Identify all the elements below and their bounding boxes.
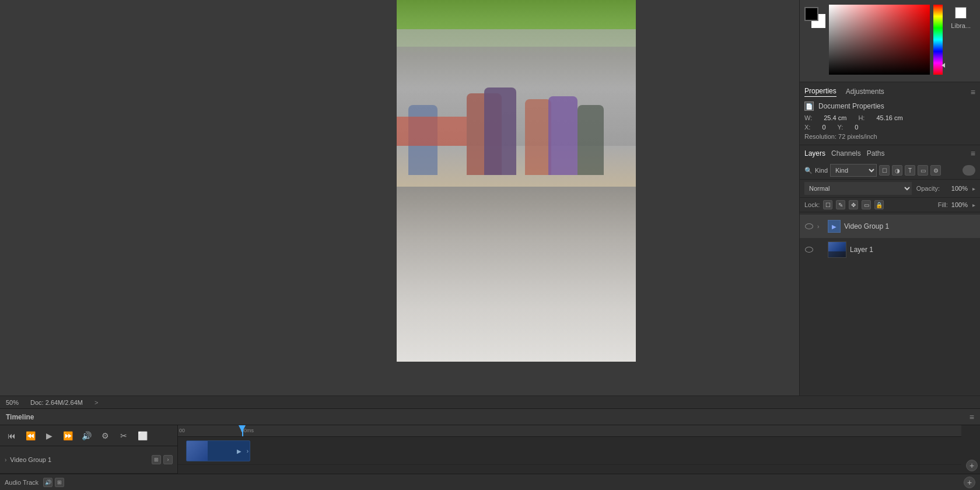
track-row-video-group-1: › ▶ xyxy=(178,437,961,465)
layer-expand-layer-1: › xyxy=(817,247,824,253)
filter-kind-select[interactable]: Kind xyxy=(830,164,877,177)
blend-mode-select[interactable]: Normal Multiply Screen Overlay xyxy=(804,182,912,195)
right-panel: Libra... Properties Adjustments ≡ 📄 Docu… xyxy=(799,0,980,396)
color-gradient[interactable] xyxy=(829,5,930,75)
step-forward-btn[interactable]: ⏩ xyxy=(61,429,75,443)
add-audio-track-btn[interactable]: + xyxy=(964,477,975,488)
track-clip-thumbnail xyxy=(187,441,208,461)
library-tab-label[interactable]: Libra... xyxy=(949,21,973,30)
white-color-box[interactable] xyxy=(955,7,967,19)
layer-expand-video-group-1[interactable]: › xyxy=(817,223,824,230)
y-label: Y: xyxy=(838,124,844,131)
lock-pixels-icon[interactable]: ☐ xyxy=(823,200,832,209)
fill-label: Fill: xyxy=(938,201,948,208)
width-height-row: W: 25.4 cm H: 45.16 cm xyxy=(804,114,975,121)
width-label: W: xyxy=(804,114,812,121)
doc-size: Doc: 2.64M/2.64M xyxy=(30,399,83,406)
status-bar: 50% Doc: 2.64M/2.64M > xyxy=(0,396,980,408)
lock-move-icon[interactable]: ✥ xyxy=(849,200,858,209)
filter-pixel-icon[interactable]: ☐ xyxy=(879,165,890,176)
lock-position-icon[interactable]: ✎ xyxy=(836,200,845,209)
step-back-btn[interactable]: ⏪ xyxy=(23,429,37,443)
canvas-image xyxy=(397,0,636,362)
track-convert-btn[interactable]: ⊞ xyxy=(152,455,161,464)
play-btn[interactable]: ▶ xyxy=(42,429,56,443)
resolution-row: Resolution: 72 pixels/inch xyxy=(804,133,975,140)
add-track-btn[interactable]: + xyxy=(966,460,978,471)
tab-paths[interactable]: Paths xyxy=(867,149,885,158)
canvas-area xyxy=(0,0,799,396)
filter-adj-icon[interactable]: ◑ xyxy=(892,165,902,176)
timeline-menu-icon[interactable]: ≡ xyxy=(970,412,974,422)
x-label: X: xyxy=(804,124,810,131)
height-label: H: xyxy=(858,114,864,121)
layer-item-video-group-1[interactable]: › ▶ Video Group 1 xyxy=(800,215,980,238)
layer-visibility-layer-1[interactable] xyxy=(804,245,814,254)
audio-track-speaker-btn[interactable]: 🔊 xyxy=(43,478,52,487)
filter-shape-icon[interactable]: ▭ xyxy=(918,165,928,176)
library-tab-area: Libra... xyxy=(946,21,975,30)
track-clip-play-icon: ▶ xyxy=(237,447,242,454)
track-name: Video Group 1 xyxy=(10,456,148,463)
filter-toggle[interactable] xyxy=(963,165,975,176)
tab-layers[interactable]: Layers xyxy=(804,149,825,158)
color-spectrum[interactable] xyxy=(933,5,943,75)
properties-panel: Properties Adjustments ≡ 📄 Document Prop… xyxy=(800,82,980,145)
properties-menu-icon[interactable]: ≡ xyxy=(971,88,975,97)
layer-visibility-video-group-1[interactable] xyxy=(804,222,814,231)
xy-row: X: 0 Y: 0 xyxy=(804,124,975,131)
fill-value: 100% xyxy=(951,201,968,208)
layer-name-video-group-1: Video Group 1 xyxy=(844,222,975,230)
transition-btn[interactable]: ⬜ xyxy=(135,429,149,443)
timeline-header: Timeline ≡ xyxy=(0,409,980,425)
eye-icon-video-group-1 xyxy=(805,223,813,229)
properties-tabs: Properties Adjustments ≡ xyxy=(804,87,975,97)
fill-arrow-icon[interactable]: ▸ xyxy=(972,202,975,208)
filter-smart-icon[interactable]: ⚙ xyxy=(930,165,941,176)
layers-filter-row: 🔍 Kind Kind ☐ ◑ T ▭ ⚙ xyxy=(800,162,980,180)
tab-channels[interactable]: Channels xyxy=(831,149,861,158)
foreground-color-box[interactable] xyxy=(804,7,818,21)
track-expand-icon[interactable]: › xyxy=(5,457,6,463)
layers-menu-icon[interactable]: ≡ xyxy=(971,149,975,158)
audio-track-label: Audio Track xyxy=(5,479,38,486)
opacity-label: Opacity: xyxy=(916,185,940,192)
timeline-title: Timeline xyxy=(6,413,34,421)
audio-track-settings-btn[interactable]: ⊞ xyxy=(55,478,64,487)
track-icons: ⊞ › xyxy=(152,455,173,464)
height-value: 45.16 cm xyxy=(876,114,902,121)
audio-btn[interactable]: 🔊 xyxy=(79,429,93,443)
video-group-type-icon: ▶ xyxy=(828,220,841,233)
spectrum-arrow xyxy=(942,63,945,68)
timeline-ruler: 00 00ms xyxy=(178,425,961,437)
settings-btn[interactable]: ⚙ xyxy=(98,429,112,443)
layer-item-layer-1[interactable]: › Layer 1 xyxy=(800,238,980,261)
timeline-playhead[interactable] xyxy=(242,425,243,436)
layer-thumbnail-layer-1 xyxy=(828,242,846,258)
fg-bg-colors[interactable] xyxy=(804,7,825,28)
eye-icon-layer-1 xyxy=(805,247,813,253)
y-value: 0 xyxy=(855,124,858,131)
tab-adjustments[interactable]: Adjustments xyxy=(846,88,884,97)
layers-blend-row: Normal Multiply Screen Overlay Opacity: … xyxy=(800,180,980,198)
timeline-area: Timeline ≡ ⏮ ⏪ ▶ ⏩ 🔊 ⚙ ✂ ⬜ › Video Group… xyxy=(0,408,980,490)
lock-artboard-icon[interactable]: ▭ xyxy=(862,200,871,209)
opacity-arrow-icon[interactable]: ▸ xyxy=(972,186,975,192)
doc-properties-icon: 📄 xyxy=(804,102,814,111)
timeline-labels: ⏮ ⏪ ▶ ⏩ 🔊 ⚙ ✂ ⬜ › Video Group 1 ⊞ › xyxy=(0,425,178,474)
timeline-track-label-row[interactable]: › Video Group 1 ⊞ › xyxy=(0,446,177,474)
tab-properties[interactable]: Properties xyxy=(804,87,836,97)
x-value: 0 xyxy=(822,124,825,131)
opacity-value: 100% xyxy=(944,185,968,192)
track-clip-arrow-icon: › xyxy=(247,447,249,454)
go-to-first-btn[interactable]: ⏮ xyxy=(5,429,19,443)
filter-type-icon[interactable]: T xyxy=(905,165,915,176)
timeline-tracks: › ▶ xyxy=(178,437,961,474)
lock-all-icon[interactable]: 🔒 xyxy=(874,200,884,209)
timeline-bottom: Audio Track 🔊 ⊞ + xyxy=(0,474,980,490)
timeline-controls: ⏮ ⏪ ▶ ⏩ 🔊 ⚙ ✂ ⬜ xyxy=(0,425,177,446)
track-arrow-btn[interactable]: › xyxy=(163,455,173,464)
track-clip-video-group-1[interactable]: › ▶ xyxy=(186,440,250,461)
status-arrow-icon[interactable]: > xyxy=(94,399,98,406)
cut-btn[interactable]: ✂ xyxy=(117,429,131,443)
